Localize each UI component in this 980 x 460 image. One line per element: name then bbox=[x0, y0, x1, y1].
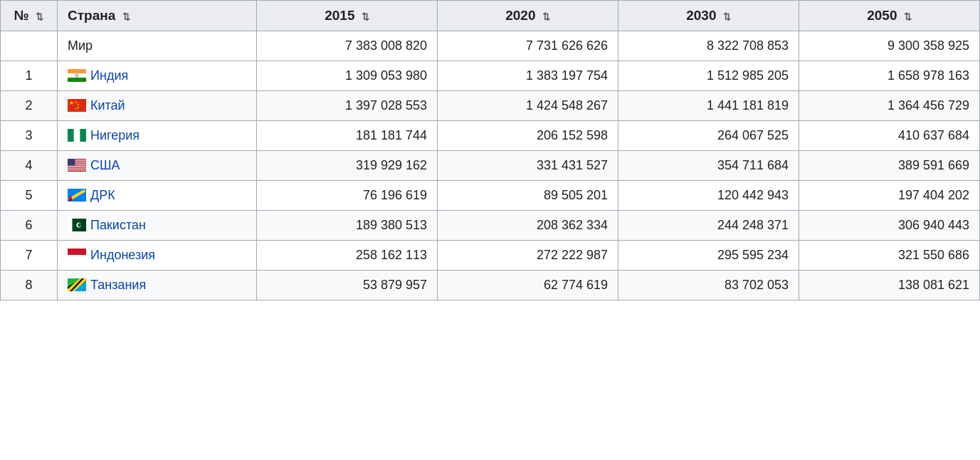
header-country-label: Страна bbox=[68, 8, 115, 23]
flag-usa-icon bbox=[68, 159, 86, 172]
row-2020: 331 431 527 bbox=[438, 151, 618, 181]
table-row: 7 Индонезия258 162 113272 222 987295 595… bbox=[1, 241, 980, 271]
row-2050: 306 940 443 bbox=[799, 211, 980, 241]
row-2050: 321 550 686 bbox=[799, 241, 980, 271]
row-2030: 1 441 181 819 bbox=[618, 91, 799, 121]
row-2050: 138 081 621 bbox=[799, 271, 980, 300]
header-2015-label: 2015 bbox=[325, 8, 354, 23]
table-row: 1 Индия1 309 053 9801 383 197 7541 512 9… bbox=[1, 61, 980, 91]
world-2020: 7 731 626 626 bbox=[438, 31, 618, 61]
row-country: ДРК bbox=[58, 181, 257, 211]
svg-rect-37 bbox=[68, 255, 86, 261]
country-link[interactable]: Пакистан bbox=[90, 218, 146, 232]
flag-nigeria-icon bbox=[68, 129, 86, 142]
world-2030: 8 322 708 853 bbox=[618, 31, 799, 61]
population-table: № ⇅ Страна ⇅ 2015 ⇅ 2020 ⇅ 2030 ⇅ 2050 ⇅ bbox=[0, 0, 980, 300]
country-link[interactable]: Танзания bbox=[90, 278, 146, 292]
header-num[interactable]: № ⇅ bbox=[1, 1, 58, 31]
row-num: 1 bbox=[1, 61, 58, 91]
svg-rect-12 bbox=[68, 129, 74, 142]
svg-text:★: ★ bbox=[75, 107, 78, 110]
row-2020: 206 152 598 bbox=[438, 121, 618, 151]
row-2020: 208 362 334 bbox=[438, 211, 618, 241]
row-2020: 1 383 197 754 bbox=[438, 61, 618, 91]
row-2030: 83 702 053 bbox=[618, 271, 799, 300]
row-2015: 181 181 744 bbox=[257, 121, 438, 151]
table-row: 6 ☽ Пакистан189 380 513208 362 334244 24… bbox=[1, 211, 980, 241]
row-2015: 1 397 028 553 bbox=[257, 91, 438, 121]
world-2050: 9 300 358 925 bbox=[799, 31, 980, 61]
row-2015: 258 162 113 bbox=[257, 241, 438, 271]
sort-icon-country[interactable]: ⇅ bbox=[122, 11, 130, 22]
row-country: Танзания bbox=[58, 271, 257, 300]
header-2015[interactable]: 2015 ⇅ bbox=[257, 1, 438, 31]
sort-icon-2030[interactable]: ⇅ bbox=[723, 11, 731, 22]
table-row: 2 ★ ★ ★ ★ ★ Китай1 397 028 5531 424 548 … bbox=[1, 91, 980, 121]
country-link[interactable]: Нигерия bbox=[90, 128, 139, 142]
svg-rect-23 bbox=[68, 168, 86, 169]
country-link[interactable]: Китай bbox=[90, 98, 125, 113]
sort-icon-num[interactable]: ⇅ bbox=[36, 11, 43, 22]
flag-india-icon bbox=[68, 69, 86, 82]
row-num: 3 bbox=[1, 121, 58, 151]
header-2050[interactable]: 2050 ⇅ bbox=[799, 1, 980, 31]
row-num: 4 bbox=[1, 151, 58, 181]
flag-pakistan-icon: ☽ bbox=[68, 219, 86, 231]
row-2030: 295 595 234 bbox=[618, 241, 799, 271]
country-link[interactable]: ДРК bbox=[90, 188, 115, 202]
row-2050: 410 637 684 bbox=[799, 121, 980, 151]
row-2030: 244 248 371 bbox=[618, 211, 799, 241]
flag-tanzania-icon bbox=[68, 278, 86, 291]
svg-rect-2 bbox=[68, 78, 86, 82]
row-2050: 197 404 202 bbox=[799, 181, 980, 211]
svg-rect-25 bbox=[68, 169, 86, 170]
svg-point-4 bbox=[77, 75, 78, 76]
header-2050-label: 2050 bbox=[867, 8, 897, 23]
world-country-name: Мир bbox=[68, 38, 93, 53]
row-2015: 319 929 162 bbox=[257, 151, 438, 181]
header-2020-label: 2020 bbox=[505, 8, 535, 23]
header-2020[interactable]: 2020 ⇅ bbox=[438, 1, 618, 31]
country-link[interactable]: США bbox=[90, 158, 120, 172]
table-row: 5 ДРК76 196 61989 505 201120 442 943197 … bbox=[1, 181, 980, 211]
row-country: ☽ Пакистан bbox=[58, 211, 257, 241]
world-row: Мир 7 383 008 820 7 731 626 626 8 322 70… bbox=[1, 31, 980, 61]
sort-icon-2020[interactable]: ⇅ bbox=[542, 11, 550, 22]
row-country: Индия bbox=[58, 61, 257, 91]
header-2030[interactable]: 2030 ⇅ bbox=[618, 1, 799, 31]
row-num: 2 bbox=[1, 91, 58, 121]
row-2020: 272 222 987 bbox=[438, 241, 618, 271]
row-country: ★ ★ ★ ★ ★ Китай bbox=[58, 91, 257, 121]
flag-drc-icon bbox=[68, 189, 86, 202]
svg-rect-24 bbox=[68, 169, 86, 169]
flag-indonesia-icon bbox=[68, 249, 86, 261]
table-row: 4 США319 929 162331 431 527354 711 68438… bbox=[1, 151, 980, 181]
row-2030: 1 512 985 205 bbox=[618, 61, 799, 91]
row-country: Нигерия bbox=[58, 121, 257, 151]
svg-rect-13 bbox=[80, 129, 86, 142]
header-num-label: № bbox=[14, 8, 29, 23]
table-body: Мир 7 383 008 820 7 731 626 626 8 322 70… bbox=[1, 31, 980, 300]
row-2030: 120 442 943 bbox=[618, 181, 799, 211]
svg-rect-36 bbox=[68, 249, 86, 255]
row-2020: 62 774 619 bbox=[438, 271, 618, 300]
sort-icon-2050[interactable]: ⇅ bbox=[904, 11, 912, 22]
row-2050: 389 591 669 bbox=[799, 151, 980, 181]
row-num: 7 bbox=[1, 241, 58, 271]
world-num bbox=[1, 31, 58, 61]
svg-rect-27 bbox=[68, 159, 75, 166]
row-num: 8 bbox=[1, 271, 58, 300]
row-2030: 354 711 684 bbox=[618, 151, 799, 181]
country-link[interactable]: Индонезия bbox=[90, 248, 155, 262]
country-link[interactable]: Индия bbox=[90, 68, 128, 83]
row-2020: 1 424 548 267 bbox=[438, 91, 618, 121]
row-num: 5 bbox=[1, 181, 58, 211]
row-2015: 189 380 513 bbox=[257, 211, 438, 241]
table-row: 3 Нигерия181 181 744206 152 598264 067 5… bbox=[1, 121, 980, 151]
sort-icon-2015[interactable]: ⇅ bbox=[362, 11, 369, 22]
flag-china-icon: ★ ★ ★ ★ ★ bbox=[68, 99, 86, 112]
world-2015: 7 383 008 820 bbox=[257, 31, 438, 61]
svg-rect-21 bbox=[68, 166, 86, 167]
header-country[interactable]: Страна ⇅ bbox=[58, 1, 257, 31]
row-2020: 89 505 201 bbox=[438, 181, 618, 211]
